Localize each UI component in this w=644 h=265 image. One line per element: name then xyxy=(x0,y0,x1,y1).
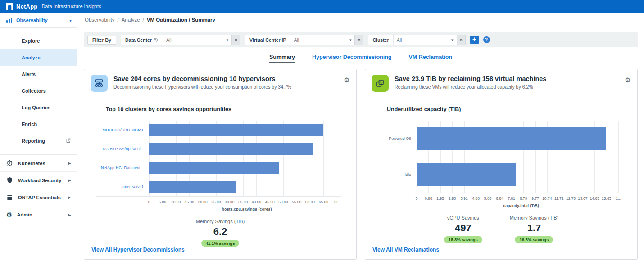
sidebar-item-admin[interactable]: ⚙ Admin ▸ xyxy=(0,206,77,223)
sidebar-item-label: Observability xyxy=(16,18,48,23)
tick-label: 5.86 xyxy=(484,196,492,201)
category-label[interactable]: DC-RTP-SA/rtp-sa-cl... xyxy=(96,147,149,151)
sidebar-item-label: Analyze xyxy=(22,55,41,60)
bar[interactable] xyxy=(149,181,236,193)
breadcrumb: Observability / Analyze / VM Optimizatio… xyxy=(77,13,644,27)
filter-clear-button[interactable]: × xyxy=(354,35,363,45)
sidebar-item-reporting[interactable]: Reporting xyxy=(0,132,77,149)
tick-label: 25.00 xyxy=(211,200,221,204)
tab-hypervisor-decommissioning[interactable]: Hypervisor Decommissioning xyxy=(312,54,391,63)
breadcrumb-analyze[interactable]: Analyze xyxy=(122,17,140,22)
card-title: Save 204 cores by decommissioning 10 hyp… xyxy=(113,75,291,83)
chart-title: Top 10 clusters by cores savings opportu… xyxy=(106,106,356,112)
sidebar-item-label: Enrich xyxy=(22,121,37,127)
shield-icon xyxy=(6,177,13,184)
tick-label: 7.81 xyxy=(508,196,515,201)
filter-virtual-center-ip: Virtual Center IP All ▾ × xyxy=(245,35,364,45)
filter-value: All xyxy=(166,37,172,43)
sidebar-item-log-queries[interactable]: Log Queries xyxy=(0,99,77,116)
sidebar-item-collectors[interactable]: Collectors xyxy=(0,82,77,99)
tick-label: 20.00 xyxy=(198,200,208,204)
chart-rows: MUCCBC/CBC-MGMTDC-RTP-SA/rtp-sa-cl...Net… xyxy=(96,121,341,197)
tick-label: 0.98 xyxy=(425,196,432,201)
chevron-down-icon: ▾ xyxy=(226,38,228,42)
bar[interactable] xyxy=(417,127,606,150)
sidebar-item-kubernetes[interactable]: Kubernetes ▸ xyxy=(0,155,77,172)
tick-label: 1.95 xyxy=(436,196,444,201)
chevron-right-icon: ▸ xyxy=(68,178,71,183)
chart-row: NetApp-HCI-Datacent... xyxy=(96,158,341,177)
tick-label: 11.72 xyxy=(554,196,564,201)
tab-summary[interactable]: Summary xyxy=(269,54,295,63)
filter-value: All xyxy=(294,37,299,43)
bar[interactable] xyxy=(149,143,313,155)
sidebar-item-ontap-essentials[interactable]: ONTAP Essentials ▸ xyxy=(0,189,77,206)
tick-label: 10.00 xyxy=(171,200,181,204)
gear-icon: ⚙ xyxy=(6,211,12,218)
sidebar-item-explore[interactable]: Explore xyxy=(0,32,77,49)
help-icon[interactable]: ? xyxy=(483,36,490,43)
underutilized-capacity-chart: Powered OffIdle00.981.952.933.914.885.86… xyxy=(365,121,637,208)
filter-virtual-center-ip-select[interactable]: All ▾ xyxy=(290,35,354,45)
axis-label: hosts.cpu.savings (cores) xyxy=(149,207,345,211)
memory-savings-stat: Memory Savings (TiB) 6.2 41.1% savings xyxy=(182,219,258,247)
sidebar-item-alerts[interactable]: Alerts xyxy=(0,66,77,82)
gear-icon[interactable]: ⚙ xyxy=(625,75,631,83)
bar-track xyxy=(417,127,622,150)
chevron-down-icon[interactable]: ▾ xyxy=(69,18,72,23)
tick-label: 2.93 xyxy=(449,196,456,201)
tick-label: 3.91 xyxy=(460,196,468,201)
filter-cluster-select[interactable]: All ▾ xyxy=(394,35,457,45)
hypervisor-icon xyxy=(91,75,108,92)
view-all-hypervisor-decommissions-link[interactable]: View All Hypervisor Decommissions xyxy=(91,247,185,253)
sidebar-item-enrich[interactable]: Enrich xyxy=(0,116,77,132)
bar[interactable] xyxy=(417,163,516,186)
filter-clear-button[interactable]: × xyxy=(457,35,465,45)
tick-label: 13.67 xyxy=(578,196,587,201)
tick-label: 9.77 xyxy=(531,196,539,201)
bar[interactable] xyxy=(149,162,279,174)
breadcrumb-observability[interactable]: Observability xyxy=(85,17,114,22)
vm-reclaim-icon xyxy=(372,75,389,92)
tick-label: 0 xyxy=(416,196,418,201)
savings-badge: 18.3% savings xyxy=(444,236,482,243)
chart-rows: Powered OffIdle xyxy=(377,121,622,193)
gear-icon[interactable]: ⚙ xyxy=(344,75,350,83)
filter-data-center-select[interactable]: All ▾ xyxy=(163,35,231,45)
card-title: Save 23.9 TiB by reclaiming 158 virtual … xyxy=(395,75,546,83)
sidebar-subnav: Explore Analyze Alerts Collectors Log Qu… xyxy=(0,28,77,154)
stat-value: 497 xyxy=(444,222,482,234)
top-bar: NetApp Data Infrastructure Insights xyxy=(0,0,644,13)
view-all-vm-reclamations-link[interactable]: View All VM Reclamations xyxy=(372,247,439,253)
card-stats: vCPU Savings 497 18.3% savings Memory Sa… xyxy=(365,215,637,243)
chevron-down-icon: ▾ xyxy=(451,38,454,42)
sidebar-item-analyze[interactable]: Analyze xyxy=(0,49,77,66)
add-filter-button[interactable]: + xyxy=(470,36,479,44)
bar[interactable] xyxy=(149,124,323,136)
bar-track xyxy=(417,163,622,186)
sidebar-item-label: Admin xyxy=(17,212,32,217)
filter-label: Cluster xyxy=(372,37,389,43)
tick-label: 0 xyxy=(148,200,150,204)
filter-label: Virtual Center IP xyxy=(249,37,286,43)
filter-clear-button[interactable]: × xyxy=(231,35,240,45)
chevron-right-icon: ▸ xyxy=(68,212,71,217)
external-link-icon xyxy=(66,138,71,143)
chart-row: Powered Off xyxy=(377,121,622,157)
card-subtitle: Decommissioning these Hypervisors will r… xyxy=(113,84,291,90)
chart-row: amer-sa/vc1 xyxy=(96,177,341,196)
category-label[interactable]: MUCCBC/CBC-MGMT xyxy=(96,128,149,132)
tick-label: 15.63 xyxy=(602,196,611,201)
sidebar-item-label: Alerts xyxy=(22,72,36,77)
tick-label: 55.00 xyxy=(292,200,301,204)
category-label[interactable]: amer-sa/vc1 xyxy=(96,184,149,189)
sidebar-item-workload-security[interactable]: Workload Security ▸ xyxy=(0,172,77,189)
sidebar-item-observability[interactable]: Observability ▾ xyxy=(0,13,77,28)
chart-row: MUCCBC/CBC-MGMT xyxy=(96,121,341,139)
stat-label: Memory Savings (TiB) xyxy=(196,219,245,224)
tick-label: 14.65 xyxy=(590,196,599,201)
tab-vm-reclamation[interactable]: VM Reclamation xyxy=(408,54,452,63)
bar-track xyxy=(149,143,341,155)
tick-label: 8.79 xyxy=(520,196,527,201)
category-label[interactable]: NetApp-HCI-Datacent... xyxy=(96,166,149,170)
